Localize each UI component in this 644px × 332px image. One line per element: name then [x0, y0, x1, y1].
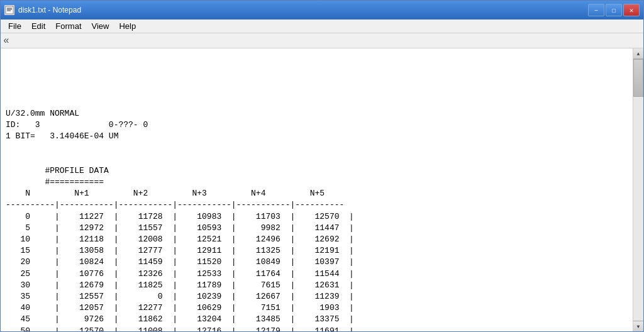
window-title: disk1.txt - Notepad	[18, 6, 81, 14]
toolbar: «	[1, 33, 643, 48]
vertical-scrollbar: ▲ ▼	[633, 48, 643, 331]
title-bar: disk1.txt - Notepad – ☐ ✕	[1, 1, 643, 19]
app-icon	[4, 5, 14, 15]
menu-view[interactable]: View	[87, 19, 114, 33]
menu-help[interactable]: Help	[114, 19, 141, 33]
wrap-icon: «	[3, 35, 9, 47]
scroll-thumb[interactable]	[633, 59, 643, 97]
menu-format[interactable]: Format	[50, 19, 86, 33]
window-controls: – ☐ ✕	[588, 4, 640, 16]
svg-rect-0	[6, 6, 13, 14]
scroll-down-button[interactable]: ▼	[633, 321, 643, 331]
close-button[interactable]: ✕	[623, 4, 640, 16]
menu-edit[interactable]: Edit	[26, 19, 50, 33]
menu-bar: File Edit Format View Help	[1, 19, 643, 33]
minimize-button[interactable]: –	[588, 4, 604, 16]
maximize-button[interactable]: ☐	[606, 4, 622, 16]
main-window: disk1.txt - Notepad – ☐ ✕ File Edit Form…	[0, 0, 644, 332]
content-area: U/32.0mm NORMAL ID: 3 0-???- 0 1 BIT= 3.…	[1, 48, 643, 331]
scroll-track[interactable]	[633, 59, 643, 321]
scroll-up-button[interactable]: ▲	[633, 48, 643, 59]
title-bar-left: disk1.txt - Notepad	[4, 5, 81, 15]
text-content[interactable]: U/32.0mm NORMAL ID: 3 0-???- 0 1 BIT= 3.…	[1, 48, 633, 331]
menu-file[interactable]: File	[3, 19, 26, 33]
